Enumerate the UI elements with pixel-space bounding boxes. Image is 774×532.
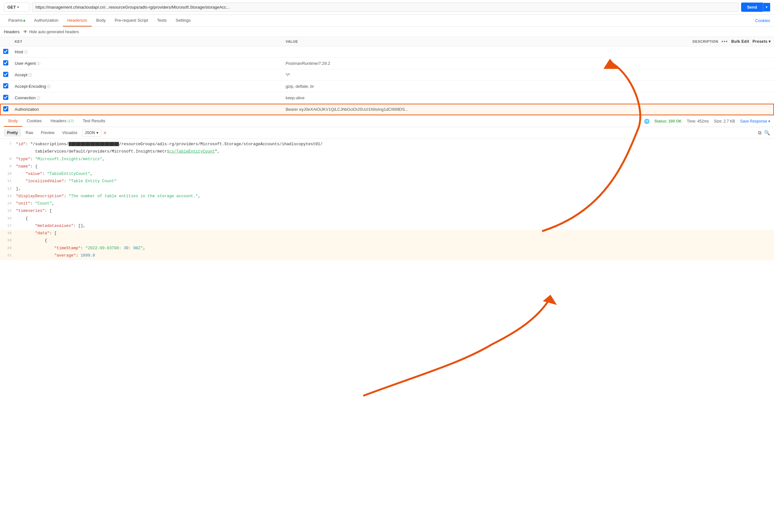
presets-button[interactable]: Presets ▾ bbox=[753, 39, 771, 44]
tab-settings[interactable]: Settings bbox=[171, 15, 195, 26]
header-value-2: */* bbox=[285, 72, 290, 77]
json-line: 15"timeseries": [ bbox=[0, 207, 774, 215]
header-value-5: Bearer eyJ0eXAiOiJKV1QiLCJhbGciOiJSUzI1N… bbox=[285, 107, 408, 112]
json-format-select[interactable]: JSON ▾ bbox=[82, 129, 101, 137]
hide-auto-label: Hide auto-generated headers bbox=[29, 30, 79, 34]
header-checkbox-4[interactable] bbox=[3, 95, 8, 100]
status-bar: 🌐 Status: 200 OK Time: 452ms Size: 2.7 K… bbox=[644, 119, 770, 124]
line-number: 18 bbox=[3, 230, 11, 236]
filter-icon[interactable]: ≡ bbox=[104, 130, 106, 135]
bulk-edit-button[interactable]: Bulk Edit bbox=[731, 39, 749, 44]
json-content: "displayDescription": "The number of tab… bbox=[16, 193, 771, 200]
status-text: Status: 200 OK bbox=[655, 119, 682, 124]
send-dropdown-button[interactable]: ▾ bbox=[763, 3, 770, 11]
json-content: "value": "TableEntityCount", bbox=[16, 171, 771, 177]
headers-toolbar: Headers 👁 Hide auto-generated headers bbox=[0, 27, 774, 37]
fmt-raw[interactable]: Raw bbox=[22, 129, 36, 137]
tab-params[interactable]: Params bbox=[4, 15, 30, 26]
params-dot bbox=[23, 20, 25, 22]
header-row: Acceptⓘ */* bbox=[0, 69, 774, 81]
col-value: VALUE bbox=[282, 37, 631, 46]
json-line: 10 "value": "TableEntityCount", bbox=[0, 170, 774, 178]
header-checkbox-5[interactable] bbox=[3, 106, 8, 111]
info-icon: ⓘ bbox=[37, 62, 40, 65]
header-key-3: Accept-Encoding bbox=[15, 84, 46, 89]
fmt-preview[interactable]: Preview bbox=[38, 129, 58, 137]
header-key-5: Authorization bbox=[15, 107, 39, 112]
save-response-button[interactable]: Save Response ▾ bbox=[740, 119, 770, 124]
json-content: "type": "Microsoft.Insights/metrics", bbox=[16, 156, 771, 163]
line-number: 14 bbox=[3, 200, 11, 206]
line-number: 22 bbox=[3, 260, 11, 260]
line-number: 17 bbox=[3, 223, 11, 229]
json-line: 11 "localizedValue": "Table Entity Count… bbox=[0, 178, 774, 185]
info-icon: ⓘ bbox=[37, 96, 40, 100]
line-number: 12 bbox=[3, 186, 11, 192]
json-line: 20 "timeStamp": "2022-09-03T08: 30: 00Z"… bbox=[0, 245, 774, 252]
tab-tests[interactable]: Tests bbox=[153, 15, 171, 26]
header-key-4: Connection bbox=[15, 95, 36, 100]
tab-headers[interactable]: Headers(6) bbox=[63, 15, 92, 26]
json-content: "metadatavalues": [], bbox=[16, 223, 771, 229]
copy-icon[interactable]: ⧉ bbox=[758, 130, 762, 136]
hide-auto-headers-button[interactable]: 👁 Hide auto-generated headers bbox=[23, 29, 79, 34]
header-row: User-Agentⓘ PostmanRuntime/7.29.2 bbox=[0, 58, 774, 69]
res-tab-headers[interactable]: Headers (17) bbox=[46, 116, 78, 127]
url-input[interactable] bbox=[32, 3, 739, 12]
tab-prerequest[interactable]: Pre-request Script bbox=[110, 15, 153, 26]
eye-icon: 👁 bbox=[23, 29, 27, 34]
json-content: "data": [ bbox=[16, 230, 771, 237]
json-line: 21 "average": 1099.0 bbox=[0, 252, 774, 259]
json-content: tableServices/default/providers/Microsof… bbox=[16, 148, 771, 155]
fmt-pretty[interactable]: Pretty bbox=[4, 129, 21, 137]
tab-authorization[interactable]: Authorization bbox=[30, 15, 63, 26]
json-content: { bbox=[16, 237, 771, 244]
json-line: 16 { bbox=[0, 215, 774, 222]
info-icon: ⓘ bbox=[47, 85, 50, 88]
fmt-visualize[interactable]: Visualize bbox=[59, 129, 81, 137]
header-checkbox-2[interactable] bbox=[3, 72, 8, 77]
header-checkbox-0[interactable] bbox=[3, 49, 8, 54]
header-row: Connectionⓘ keep-alive bbox=[0, 92, 774, 104]
more-options-icon[interactable]: ••• bbox=[722, 39, 728, 44]
globe-icon: 🌐 bbox=[644, 119, 650, 124]
line-number: 7 bbox=[3, 141, 11, 147]
size-text: Size: 2.7 KB bbox=[714, 119, 735, 124]
json-content: }, bbox=[16, 186, 771, 192]
json-content: }, bbox=[16, 260, 771, 260]
line-number: 10 bbox=[3, 171, 11, 177]
json-content: "localizedValue": "Table Entity Count" bbox=[16, 178, 771, 185]
json-line: 14"unit": "Count", bbox=[0, 200, 774, 207]
json-line: 8"type": "Microsoft.Insights/metrics", bbox=[0, 156, 774, 163]
col-key: KEY bbox=[11, 37, 282, 46]
json-chevron-icon: ▾ bbox=[96, 131, 98, 135]
request-tabs: Params Authorization Headers(6) Body Pre… bbox=[0, 15, 774, 27]
header-value-4: keep-alive bbox=[285, 95, 304, 100]
json-line: 12}, bbox=[0, 185, 774, 193]
cookies-link[interactable]: Cookies bbox=[755, 18, 770, 23]
res-tab-body[interactable]: Body bbox=[4, 116, 22, 127]
send-button[interactable]: Send bbox=[741, 3, 763, 12]
header-checkbox-1[interactable] bbox=[3, 60, 8, 65]
search-icon[interactable]: 🔍 bbox=[764, 130, 770, 136]
json-content: "name": { bbox=[16, 163, 771, 170]
json-viewer[interactable]: 7"id": "/subscriptions/█████████████████… bbox=[0, 139, 774, 260]
line-number: 8 bbox=[3, 156, 11, 162]
json-content: "timeStamp": "2022-09-03T08: 30: 00Z", bbox=[16, 245, 771, 252]
res-tab-cookies[interactable]: Cookies bbox=[22, 116, 46, 127]
format-bar: Pretty Raw Preview Visualize JSON ▾ ≡ ⧉ … bbox=[0, 127, 774, 139]
json-content: "average": 1099.0 bbox=[16, 252, 771, 259]
main-container: GET ▾ Send ▾ Params Authorization Header… bbox=[0, 0, 774, 532]
header-checkbox-3[interactable] bbox=[3, 83, 8, 88]
header-row: Hostⓘ bbox=[0, 46, 774, 58]
method-select[interactable]: GET ▾ bbox=[4, 3, 29, 12]
res-tab-testresults[interactable]: Test Results bbox=[78, 116, 110, 127]
col-desc: DESCRIPTION ••• Bulk Edit Presets ▾ bbox=[631, 37, 774, 46]
header-key-1: User-Agent bbox=[15, 61, 36, 66]
line-number: 21 bbox=[3, 252, 11, 259]
line-number: 11 bbox=[3, 178, 11, 184]
tab-body[interactable]: Body bbox=[92, 15, 110, 26]
header-key-0: Host bbox=[15, 49, 23, 54]
svg-marker-1 bbox=[543, 295, 557, 305]
col-check bbox=[0, 37, 11, 46]
